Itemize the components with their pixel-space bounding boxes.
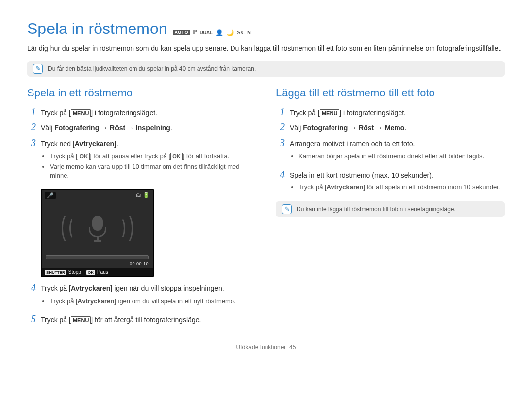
right-step-1: 1 Tryck på [MENU] i fotograferingsläget. bbox=[276, 106, 505, 118]
sub-bullet: Varje memo kan vara upp till 10 timmar o… bbox=[50, 162, 256, 180]
step-text: Tryck på [MENU] i fotograferingsläget. bbox=[41, 108, 256, 118]
screenshot-mic-graphic bbox=[42, 201, 153, 255]
shutter-key: SHUTTER bbox=[45, 270, 66, 275]
right-step-3: 3 Arrangera motivet i ramen och ta ett f… bbox=[276, 137, 505, 165]
sub-bullet: Tryck på [Avtryckaren] för att spela in … bbox=[299, 183, 505, 192]
ok-key: OK bbox=[78, 153, 90, 160]
sub-bullets: Kameran börjar spela in ett röstmemo dir… bbox=[290, 152, 505, 161]
left-step-2: 2 Välj Fotografering → Röst → Inspelning… bbox=[27, 122, 256, 133]
step-number: 1 bbox=[27, 106, 36, 118]
step-number: 4 bbox=[276, 169, 285, 180]
mic-indicator-icon: 🎤 bbox=[45, 192, 56, 199]
sub-bullets: Tryck på [Avtryckaren] för att spela in … bbox=[290, 183, 505, 192]
camera-screenshot: 🎤 🗂 🔋 00:00:10 SHUTTERStopp OKPaus bbox=[41, 189, 154, 277]
step-text: Tryck ned [Avtryckaren]. bbox=[41, 139, 256, 149]
note-right: ✎ Du kan inte lägga till röstmemon till … bbox=[276, 201, 505, 217]
intro-text: Lär dig hur du spelar in röstmemon som d… bbox=[27, 44, 505, 53]
step-text: Arrangera motivet i ramen och ta ett fot… bbox=[290, 139, 505, 149]
page-title-row: Spela in röstmemon AUTO P DUAL 👤 🌙 SCN bbox=[27, 20, 505, 41]
step-text: Spela in ett kort röstmemo (max. 10 seku… bbox=[290, 171, 505, 181]
step-number: 3 bbox=[276, 137, 285, 149]
mode-icons: AUTO P DUAL 👤 🌙 SCN bbox=[173, 29, 252, 36]
step-number: 3 bbox=[27, 137, 36, 149]
step-text: Tryck på [MENU] i fotograferingsläget. bbox=[290, 108, 505, 118]
left-step-4: 4 Tryck på [Avtryckaren] igen när du vil… bbox=[27, 282, 256, 309]
right-heading: Lägga till ett röstmemo till ett foto bbox=[276, 87, 505, 99]
step-number: 1 bbox=[276, 106, 285, 118]
right-step-2: 2 Välj Fotografering → Röst → Memo. bbox=[276, 122, 505, 133]
page-footer: Utökade funktioner 45 bbox=[27, 344, 505, 351]
microphone-icon bbox=[89, 216, 106, 241]
left-step-3: 3 Tryck ned [Avtryckaren]. Tryck på [OK]… bbox=[27, 137, 256, 184]
menu-key: MENU bbox=[320, 109, 339, 117]
page-title: Spela in röstmemon bbox=[27, 20, 167, 38]
mode-p-icon: P bbox=[193, 29, 197, 36]
battery-icon: 🗂 🔋 bbox=[136, 192, 150, 199]
step-number: 5 bbox=[27, 313, 36, 325]
mode-auto-icon: AUTO bbox=[173, 30, 190, 35]
sub-bullet: Tryck på [OK] för att pausa eller tryck … bbox=[50, 152, 256, 161]
mode-portrait-icon: 👤 bbox=[215, 29, 223, 36]
left-heading: Spela in ett röstmemo bbox=[27, 87, 256, 99]
left-step-1: 1 Tryck på [MENU] i fotograferingsläget. bbox=[27, 106, 256, 118]
step-text: Tryck på [MENU] för att återgå till foto… bbox=[41, 315, 256, 325]
ok-key: OK bbox=[170, 153, 183, 160]
note-top-text: Du får den bästa ljudkvaliteten om du sp… bbox=[48, 65, 256, 72]
step-number: 4 bbox=[27, 282, 36, 293]
ok-key: OK bbox=[86, 270, 95, 275]
note-top: ✎ Du får den bästa ljudkvaliteten om du … bbox=[27, 61, 505, 77]
right-column: Lägga till ett röstmemo till ett foto 1 … bbox=[276, 87, 505, 329]
sub-bullets: Tryck på [OK] för att pausa eller tryck … bbox=[41, 152, 256, 181]
note-icon: ✎ bbox=[282, 204, 292, 214]
left-column: Spela in ett röstmemo 1 Tryck på [MENU] … bbox=[27, 87, 256, 329]
step-number: 2 bbox=[276, 122, 285, 133]
note-icon: ✎ bbox=[33, 64, 43, 74]
mode-night-icon: 🌙 bbox=[226, 29, 234, 36]
right-step-4: 4 Spela in ett kort röstmemo (max. 10 se… bbox=[276, 169, 505, 196]
screenshot-bottombar: SHUTTERStopp OKPaus bbox=[42, 268, 153, 276]
menu-key: MENU bbox=[71, 109, 91, 117]
sub-bullets: Tryck på [Avtryckaren] igen om du vill s… bbox=[41, 297, 256, 306]
progress-bar bbox=[46, 255, 149, 259]
step-text: Välj Fotografering → Röst → Memo. bbox=[290, 123, 505, 133]
screenshot-topbar: 🎤 🗂 🔋 bbox=[42, 190, 153, 201]
step-number: 2 bbox=[27, 122, 36, 133]
menu-key: MENU bbox=[71, 316, 91, 324]
sub-bullet: Tryck på [Avtryckaren] igen om du vill s… bbox=[50, 297, 256, 306]
step-text: Välj Fotografering → Röst → Inspelning. bbox=[41, 123, 256, 133]
time-counter: 00:00:10 bbox=[42, 261, 153, 268]
sub-bullet: Kameran börjar spela in ett röstmemo dir… bbox=[299, 152, 505, 161]
left-step-5: 5 Tryck på [MENU] för att återgå till fo… bbox=[27, 313, 256, 325]
mode-dual-icon: DUAL bbox=[200, 30, 212, 35]
mode-scn-icon: SCN bbox=[237, 29, 251, 36]
step-text: Tryck på [Avtryckaren] igen när du vill … bbox=[41, 284, 256, 294]
note-right-text: Du kan inte lägga till röstmemon till fo… bbox=[297, 206, 456, 213]
